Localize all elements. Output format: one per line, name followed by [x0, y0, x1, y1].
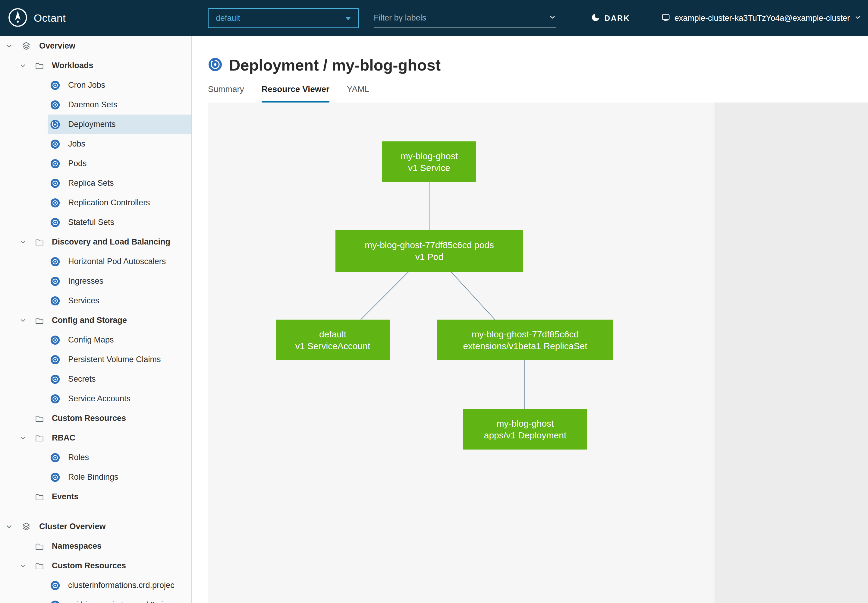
sidebar-item-jobs[interactable]: Jobs	[0, 134, 192, 154]
folder-icon	[34, 433, 45, 443]
sidebar-item-ingresses[interactable]: Ingresses	[0, 271, 192, 291]
sidebar-item-replica-sets[interactable]: Replica Sets	[0, 173, 192, 193]
sidebar-item-replication-controllers[interactable]: Replication Controllers	[0, 193, 192, 213]
pods-icon	[50, 159, 60, 169]
hpa-icon	[50, 257, 60, 267]
tab-summary[interactable]: Summary	[208, 84, 244, 102]
sidebar-item-cron-jobs[interactable]: Cron Jobs	[0, 76, 192, 95]
sidebar-item-deployments[interactable]: Deployments	[0, 114, 192, 134]
folder-icon	[34, 492, 45, 502]
app-name: Octant	[34, 12, 66, 24]
cluster-context-dropdown[interactable]: example-cluster-ka3TuTzYo4a@example-clus…	[661, 0, 861, 36]
jobs-icon	[50, 139, 60, 149]
replication-controllers-icon	[50, 198, 60, 208]
namespace-dropdown[interactable]: default	[208, 8, 359, 28]
sidebar-group-config-storage[interactable]: Config and Storage	[0, 311, 192, 330]
graph-node-deployment[interactable]: my-blog-ghost apps/v1 Deployment	[463, 409, 587, 450]
cluster-context-label: example-cluster-ka3TuTzYo4a@example-clus…	[675, 14, 850, 23]
sidebar-item-config-maps[interactable]: Config Maps	[0, 330, 192, 350]
resource-viewer-graph: my-blog-ghost v1 Service my-blog-ghost-7…	[208, 102, 868, 603]
chevron-spacer	[19, 542, 27, 550]
sidebar-item-role-bindings[interactable]: Role Bindings	[0, 467, 192, 487]
sidebar-group-workloads[interactable]: Workloads	[0, 56, 192, 76]
secrets-icon	[50, 374, 60, 384]
sidebar-item-overview[interactable]: Overview	[0, 36, 192, 56]
sidebar-item-stateful-sets[interactable]: Stateful Sets	[0, 213, 192, 232]
graph-node-serviceaccount[interactable]: default v1 ServiceAccount	[276, 320, 390, 360]
moon-icon	[591, 13, 600, 23]
services-icon	[50, 296, 60, 306]
folder-icon	[34, 315, 45, 326]
pvc-icon	[50, 354, 60, 365]
sidebar-item-roles[interactable]: Roles	[0, 448, 192, 467]
custom-resource-icon	[50, 600, 60, 603]
sidebar-group-cluster-custom-resources[interactable]: Custom Resources	[0, 556, 192, 575]
sidebar-item-csidrivers[interactable]: csidrivers.csi.storage.k8s.io	[0, 595, 192, 603]
chevron-spacer	[19, 493, 27, 501]
chevron-down-icon	[345, 14, 351, 23]
node-name: my-blog-ghost	[496, 417, 554, 429]
sidebar-item-cluster-overview[interactable]: Cluster Overview	[0, 517, 192, 537]
node-name: my-blog-ghost-77df85c6cd pods	[364, 239, 494, 251]
graph-node-pod[interactable]: my-blog-ghost-77df85c6cd pods v1 Pod	[335, 230, 523, 272]
octant-logo-icon	[8, 8, 28, 29]
chevron-down-icon[interactable]	[548, 13, 556, 22]
page-header: Deployment / my-blog-ghost	[208, 56, 441, 74]
deployment-icon	[50, 119, 60, 130]
tab-bar: Summary Resource Viewer YAML	[208, 84, 868, 102]
node-kind: apps/v1 Deployment	[484, 429, 567, 441]
node-name: my-blog-ghost	[400, 150, 458, 162]
node-kind: extensions/v1beta1 ReplicaSet	[463, 340, 587, 352]
service-accounts-icon	[50, 394, 60, 404]
sidebar-item-horizontal-pod-autoscalers[interactable]: Horizontal Pod Autoscalers	[0, 252, 192, 271]
folder-icon	[34, 541, 45, 552]
folder-icon	[34, 60, 45, 71]
custom-resource-icon	[50, 580, 60, 591]
sidebar-item-secrets[interactable]: Secrets	[0, 370, 192, 389]
sidebar-nav: Overview Workloads Cron Jobs Daemon Sets…	[0, 36, 192, 603]
graph-node-service[interactable]: my-blog-ghost v1 Service	[382, 141, 476, 182]
chevron-down-icon[interactable]	[19, 562, 27, 570]
node-kind: v1 Pod	[415, 251, 443, 263]
node-name: default	[319, 328, 346, 340]
sidebar-group-namespaces[interactable]: Namespaces	[0, 537, 192, 556]
label-filter-input[interactable]	[374, 13, 548, 23]
objects-icon	[21, 41, 31, 51]
sidebar-item-service-accounts[interactable]: Service Accounts	[0, 389, 192, 408]
roles-icon	[50, 453, 60, 463]
graph-node-replicaset[interactable]: my-blog-ghost-77df85c6cd extensions/v1be…	[437, 320, 613, 360]
chevron-down-icon[interactable]	[19, 238, 27, 246]
theme-toggle[interactable]: DARK	[591, 0, 630, 36]
role-bindings-icon	[50, 472, 60, 482]
replica-sets-icon	[50, 178, 60, 189]
chevron-down-icon[interactable]	[5, 42, 13, 50]
sidebar-group-discovery-load-balancing[interactable]: Discovery and Load Balancing	[0, 232, 192, 252]
chevron-down-icon[interactable]	[19, 316, 27, 325]
cron-jobs-icon	[50, 80, 60, 90]
tab-resource-viewer[interactable]: Resource Viewer	[262, 84, 329, 102]
sidebar-group-custom-resources[interactable]: Custom Resources	[0, 408, 192, 428]
chevron-down-icon[interactable]	[5, 523, 13, 531]
chevron-down-icon[interactable]	[19, 62, 27, 70]
graph-side-panel	[715, 102, 868, 603]
chevron-spacer	[19, 414, 27, 423]
stateful-sets-icon	[50, 217, 60, 227]
chevron-down-icon[interactable]	[19, 434, 27, 442]
folder-icon	[34, 561, 45, 571]
cluster-icon	[661, 13, 670, 23]
sidebar-item-persistent-volume-claims[interactable]: Persistent Volume Claims	[0, 350, 192, 370]
tab-yaml[interactable]: YAML	[347, 84, 369, 102]
sidebar-item-services[interactable]: Services	[0, 291, 192, 311]
theme-toggle-label: DARK	[605, 14, 630, 23]
page-title: Deployment / my-blog-ghost	[229, 56, 441, 74]
main-content: Deployment / my-blog-ghost Summary Resou…	[192, 36, 868, 603]
sidebar-item-daemon-sets[interactable]: Daemon Sets	[0, 95, 192, 114]
sidebar-group-rbac[interactable]: RBAC	[0, 428, 192, 448]
folder-icon	[34, 237, 45, 247]
node-name: my-blog-ghost-77df85c6cd	[472, 328, 579, 340]
sidebar-item-pods[interactable]: Pods	[0, 154, 192, 173]
daemon-sets-icon	[50, 100, 60, 110]
sidebar-item-clusterinformations[interactable]: clusterinformations.crd.projec	[0, 575, 192, 595]
sidebar-group-events[interactable]: Events	[0, 487, 192, 507]
folder-icon	[34, 413, 45, 424]
